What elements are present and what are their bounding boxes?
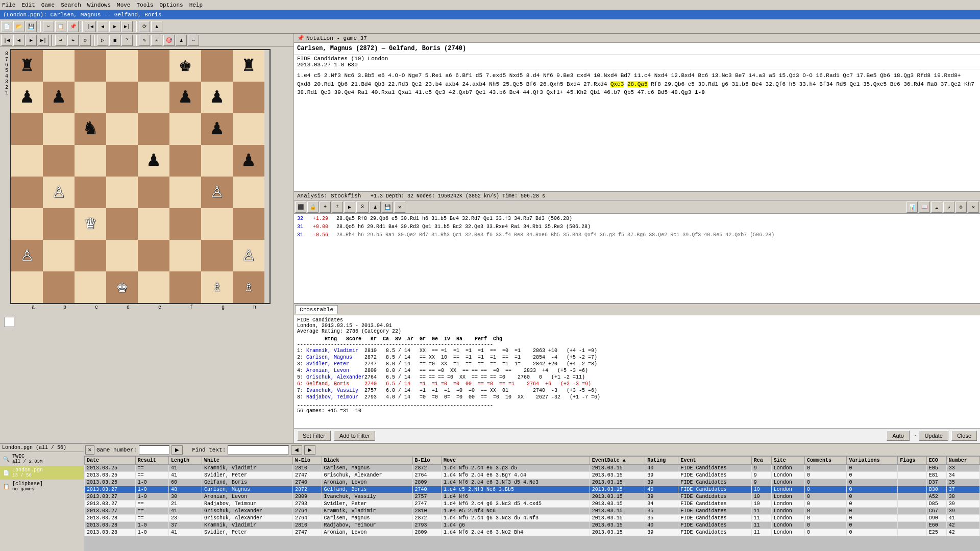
square-c6[interactable]: ♞ bbox=[75, 113, 106, 145]
square-d5[interactable] bbox=[106, 145, 138, 177]
engine2-btn[interactable]: ♟ bbox=[176, 35, 187, 46]
stop-btn[interactable]: ◼ bbox=[109, 35, 120, 46]
update-btn[interactable]: Update bbox=[919, 431, 948, 441]
menu-move[interactable]: Move bbox=[117, 2, 130, 8]
menu-tools[interactable]: Tools bbox=[136, 2, 153, 8]
analysis-share-btn[interactable]: ↗ bbox=[943, 202, 954, 213]
square-g7[interactable]: ♟ bbox=[201, 82, 233, 113]
col-result[interactable]: Result bbox=[135, 457, 168, 465]
square-d8[interactable] bbox=[106, 50, 138, 82]
square-c7[interactable] bbox=[75, 82, 106, 113]
training-btn[interactable]: 🎯 bbox=[163, 35, 175, 46]
col-white[interactable]: White bbox=[202, 457, 293, 465]
square-h8[interactable]: ♜ bbox=[233, 50, 264, 82]
auto-btn[interactable]: Auto bbox=[887, 431, 910, 441]
square-g5[interactable] bbox=[201, 145, 233, 177]
col-length[interactable]: Length bbox=[168, 457, 202, 465]
square-h6[interactable] bbox=[233, 113, 264, 145]
table-row[interactable]: 2013.03.251-060Gelfand, Boris2740Aronian… bbox=[85, 479, 980, 486]
tab-crosstable[interactable]: Crosstable bbox=[295, 305, 338, 314]
square-g4[interactable]: ♙ bbox=[201, 177, 233, 208]
chess-board[interactable]: ♜ ♚ ♜ ♟ ♟ ♟ bbox=[10, 49, 271, 304]
square-e6[interactable] bbox=[138, 113, 169, 145]
square-f2[interactable] bbox=[169, 240, 201, 271]
square-e2[interactable] bbox=[138, 240, 169, 271]
analysis-delete-btn[interactable]: ✕ bbox=[394, 202, 405, 213]
sidebar-item-london[interactable]: 📄 London.pgn 13 / 56 bbox=[0, 466, 84, 480]
menu-windows[interactable]: Windows bbox=[87, 2, 111, 8]
square-f8[interactable]: ♚ bbox=[169, 50, 201, 82]
flip-btn[interactable]: ⟳ bbox=[139, 21, 150, 32]
menu-help[interactable]: Help bbox=[189, 2, 203, 8]
game-number-input[interactable] bbox=[139, 445, 169, 455]
annotate-btn[interactable]: ✍ bbox=[151, 35, 162, 46]
square-h2[interactable]: ♙ bbox=[233, 240, 264, 271]
engine-btn[interactable]: ⚙ bbox=[80, 35, 91, 46]
table-row[interactable]: 2013.03.25==41Kramnik, Vladimir2810Carls… bbox=[85, 465, 980, 472]
find-next-btn[interactable]: ▶ bbox=[304, 445, 315, 455]
next-game-btn[interactable]: ▶ bbox=[109, 21, 120, 32]
square-c5[interactable] bbox=[75, 145, 106, 177]
add-to-filter-btn[interactable]: Add to Filter bbox=[334, 431, 375, 441]
square-c2[interactable] bbox=[75, 240, 106, 271]
board-setup-btn[interactable]: ✎ bbox=[139, 35, 150, 46]
new-btn[interactable]: 📄 bbox=[1, 21, 12, 32]
prev-move-btn[interactable]: ◀ bbox=[13, 35, 24, 46]
go-game-btn[interactable]: ▶ bbox=[172, 445, 183, 455]
moves-area[interactable]: 1.e4 c5 2.Nf3 Nc6 3.Bb5 e6 4.O-O Nge7 5.… bbox=[294, 69, 980, 191]
square-f3[interactable] bbox=[169, 208, 201, 240]
square-g8[interactable] bbox=[201, 50, 233, 82]
save-btn[interactable]: 💾 bbox=[26, 21, 37, 32]
extra-btn[interactable]: ⋯ bbox=[188, 35, 199, 46]
sidebar-item-twic[interactable]: 🔍 TWIC all / 2.03M bbox=[0, 452, 84, 466]
find-prev-btn[interactable]: ◀ bbox=[291, 445, 302, 455]
col-evdate[interactable]: EventDate ▲ bbox=[590, 457, 645, 465]
square-b5[interactable] bbox=[43, 145, 75, 177]
square-b3[interactable] bbox=[43, 208, 75, 240]
square-a7[interactable]: ♟ bbox=[11, 82, 43, 113]
col-number[interactable]: Number bbox=[946, 457, 979, 465]
square-c8[interactable] bbox=[75, 50, 106, 82]
table-row[interactable]: 2013.03.281-041Svidler, Peter2747Aronian… bbox=[85, 529, 980, 536]
square-f5[interactable] bbox=[169, 145, 201, 177]
next-move-btn[interactable]: ▶ bbox=[26, 35, 37, 46]
square-e8[interactable] bbox=[138, 50, 169, 82]
menu-game[interactable]: Game bbox=[41, 2, 55, 8]
prev-var-btn[interactable]: ↩ bbox=[55, 35, 66, 46]
close-btn[interactable]: Close bbox=[951, 431, 977, 441]
square-g6[interactable]: ♟ bbox=[201, 113, 233, 145]
square-d2[interactable] bbox=[106, 240, 138, 271]
first-move-btn[interactable]: |◀ bbox=[1, 35, 12, 46]
paste-btn[interactable]: 📌 bbox=[67, 21, 79, 32]
col-event[interactable]: Event bbox=[678, 457, 751, 465]
square-e1[interactable] bbox=[138, 271, 169, 303]
square-d3[interactable] bbox=[106, 208, 138, 240]
game-table-scroll[interactable]: Date Result Length White W-Elo Black B-E… bbox=[84, 456, 980, 551]
col-welo[interactable]: W-Elo bbox=[293, 457, 322, 465]
col-flags[interactable]: Flags bbox=[898, 457, 926, 465]
square-e7[interactable] bbox=[138, 82, 169, 113]
first-game-btn[interactable]: |◀ bbox=[85, 21, 96, 32]
square-a5[interactable] bbox=[11, 145, 43, 177]
col-black[interactable]: Black bbox=[322, 457, 412, 465]
analysis-lines-input[interactable]: 3 bbox=[356, 202, 369, 213]
table-row[interactable]: 2013.03.271-048Carlsen, Magnus2872Gelfan… bbox=[85, 486, 980, 493]
col-eco[interactable]: ECO bbox=[926, 457, 946, 465]
menu-options[interactable]: Options bbox=[159, 2, 183, 8]
square-e4[interactable] bbox=[138, 177, 169, 208]
square-f4[interactable] bbox=[169, 177, 201, 208]
table-row[interactable]: 2013.03.28==23Grischuk, Alexander2764Car… bbox=[85, 515, 980, 522]
square-f6[interactable] bbox=[169, 113, 201, 145]
square-h3[interactable] bbox=[233, 208, 264, 240]
sidebar-item-clipbase[interactable]: 📋 [clipbase] no games bbox=[0, 480, 84, 493]
square-d4[interactable] bbox=[106, 177, 138, 208]
square-b1[interactable] bbox=[43, 271, 75, 303]
square-a8[interactable]: ♜ bbox=[11, 50, 43, 82]
square-b6[interactable] bbox=[43, 113, 75, 145]
analysis-stop-btn[interactable]: ⬛ bbox=[295, 202, 306, 213]
close-search-btn[interactable]: ✕ bbox=[85, 445, 94, 455]
col-rca[interactable]: Rca bbox=[751, 457, 771, 465]
col-rating[interactable]: Rating bbox=[645, 457, 678, 465]
square-a4[interactable] bbox=[11, 177, 43, 208]
menu-edit[interactable]: Edit bbox=[21, 2, 35, 8]
